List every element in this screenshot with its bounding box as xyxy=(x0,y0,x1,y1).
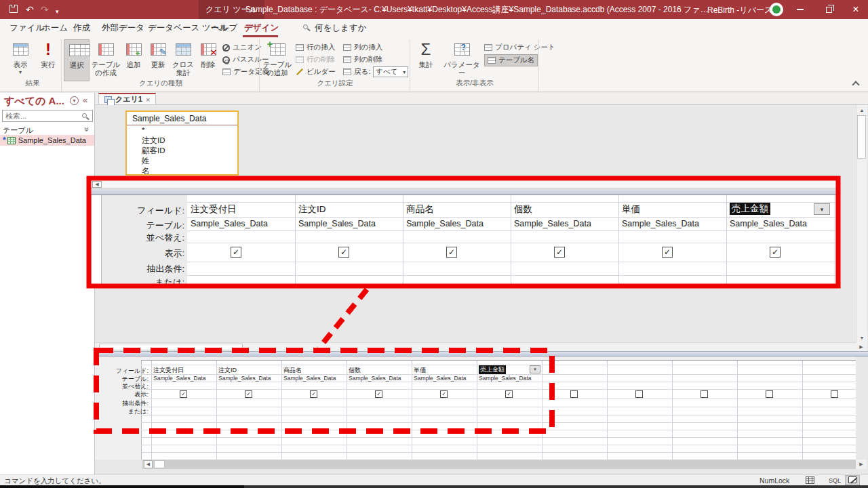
show-checkbox-checked[interactable]: ✓ xyxy=(662,247,673,258)
grid-field-cell[interactable]: 商品名 xyxy=(283,366,302,375)
tab-close-icon[interactable]: × xyxy=(146,96,150,104)
document-tab-query1[interactable]: クエリ1 × xyxy=(98,93,156,105)
avatar[interactable] xyxy=(770,3,783,16)
grid-table-cell[interactable]: Sample_Sales_Data xyxy=(414,375,467,382)
grid-field-cell[interactable]: 個数 xyxy=(349,366,361,375)
view-button[interactable]: 表示 ▾ xyxy=(5,39,35,81)
tab-help[interactable]: ヘルプ xyxy=(212,22,237,34)
scroll-left-icon[interactable]: ◀ xyxy=(144,460,153,468)
make-table-button[interactable]: テーブルの作成 xyxy=(91,39,121,81)
collapse-ribbon-icon[interactable] xyxy=(852,81,859,88)
redo-icon[interactable]: ↷ xyxy=(41,3,49,16)
grid-field-cell[interactable]: 注文ID xyxy=(298,203,326,216)
tab-home[interactable]: ホーム xyxy=(42,22,68,34)
horizontal-scrollbar-bottom[interactable]: ◀ xyxy=(142,460,856,469)
scroll-right-icon[interactable]: ▶ xyxy=(856,342,867,351)
show-checkbox-checked[interactable]: ✓ xyxy=(338,247,349,258)
show-checkbox-checked[interactable]: ✓ xyxy=(180,390,187,398)
design-view-button-active[interactable] xyxy=(845,475,860,485)
grid-table-cell[interactable]: Sample_Sales_Data xyxy=(514,219,591,228)
table-names-toggle-on[interactable]: テーブル名 xyxy=(484,54,538,66)
show-checkbox-unchecked[interactable] xyxy=(635,390,643,398)
show-checkbox-checked[interactable]: ✓ xyxy=(231,247,241,258)
tab-file[interactable]: ファイル xyxy=(9,22,44,34)
totals-button[interactable]: Σ 集計 xyxy=(412,39,439,81)
grid-field-cell[interactable]: 注文受付日 xyxy=(191,203,237,216)
restore-button[interactable] xyxy=(815,0,842,19)
scrollbar-thumb[interactable] xyxy=(154,460,165,468)
account-name[interactable]: ReBirth -リバース- xyxy=(707,5,775,16)
grid-field-cell[interactable]: 注文ID xyxy=(218,366,237,375)
crosstab-button[interactable]: クロス集計 xyxy=(171,39,195,81)
scrollbar-thumb[interactable] xyxy=(857,115,866,159)
grid-table-cell[interactable]: Sample_Sales_Data xyxy=(622,219,699,228)
grid-field-cell[interactable]: 単価 xyxy=(414,366,426,375)
horizontal-scrollbar-top[interactable] xyxy=(95,342,856,351)
grid-field-cell[interactable]: 単価 xyxy=(622,203,640,216)
field-list-item[interactable]: 姓 xyxy=(127,156,237,166)
union-button[interactable]: ユニオン xyxy=(222,42,262,53)
property-sheet-button[interactable]: プロパティ シート xyxy=(484,42,555,53)
nav-section-tables[interactable]: テーブル xyxy=(3,125,33,136)
nav-item-sample-sales-data[interactable]: * Sample_Sales_Data xyxy=(0,135,94,146)
grid-field-cell-highlighted[interactable]: 売上金額 xyxy=(479,365,506,374)
scroll-up-icon[interactable]: ▲ xyxy=(856,105,867,115)
show-checkbox-checked[interactable]: ✓ xyxy=(245,390,252,398)
tab-external-data[interactable]: 外部データ xyxy=(102,22,144,34)
select-query-button[interactable]: 選択 xyxy=(64,39,90,81)
append-button[interactable]: + 追加 xyxy=(122,39,145,81)
grid-field-cell[interactable]: 個数 xyxy=(514,203,532,216)
grid-field-cell-highlighted[interactable]: 売上金額 xyxy=(730,203,770,215)
insert-rows-button[interactable]: 行の挿入 xyxy=(296,42,335,53)
grid-table-cell[interactable]: Sample_Sales_Data xyxy=(218,375,271,382)
grid-table-cell[interactable]: Sample_Sales_Data xyxy=(349,375,401,382)
tellme-box[interactable]: 何をしますか xyxy=(315,22,366,34)
undo-icon[interactable]: ↶ xyxy=(26,3,34,16)
parameters-button[interactable]: ? パラメーター xyxy=(442,39,481,81)
show-checkbox-unchecked[interactable] xyxy=(766,390,773,398)
pane-splitter[interactable] xyxy=(95,351,868,357)
show-checkbox-checked[interactable]: ✓ xyxy=(440,390,448,398)
qat-customize-icon[interactable]: ▾ xyxy=(56,5,59,18)
vertical-scrollbar[interactable]: ▲ ▼ xyxy=(856,105,867,342)
builder-button[interactable]: ビルダー xyxy=(296,66,336,77)
scroll-right-icon[interactable]: ▶ xyxy=(856,460,867,469)
section-collapse-icon[interactable]: « xyxy=(81,127,91,132)
insert-columns-button[interactable]: 列の挿入 xyxy=(343,42,382,53)
grid-table-cell[interactable]: Sample_Sales_Data xyxy=(406,219,484,228)
show-checkbox-checked[interactable]: ✓ xyxy=(375,390,382,398)
scrollbar-thumb[interactable] xyxy=(99,344,243,350)
search-input[interactable] xyxy=(2,110,93,122)
scroll-down-icon[interactable]: ▼ xyxy=(856,333,867,342)
shutter-close-icon[interactable]: « xyxy=(83,95,87,105)
show-checkbox-checked[interactable]: ✓ xyxy=(310,390,317,398)
update-button[interactable]: ✎ 更新 xyxy=(146,39,170,81)
show-checkbox-unchecked[interactable] xyxy=(570,390,578,398)
grid-table-cell[interactable]: Sample_Sales_Data xyxy=(730,219,807,228)
field-dropdown-icon[interactable]: ▾ xyxy=(814,203,830,215)
delete-query-button[interactable]: ✕ 削除 xyxy=(197,39,220,81)
grid-table-cell[interactable]: Sample_Sales_Data xyxy=(191,219,268,228)
grid-table-cell[interactable]: Sample_Sales_Data xyxy=(298,219,376,228)
run-button[interactable]: ! 実行 xyxy=(37,39,60,81)
grid-table-cell[interactable]: Sample_Sales_Data xyxy=(479,375,532,382)
sql-view-button[interactable]: SQL xyxy=(829,477,841,484)
nav-menu-icon[interactable]: ▾ xyxy=(70,96,79,105)
minimize-button[interactable] xyxy=(787,0,814,19)
field-list-item[interactable]: 名 xyxy=(127,166,237,176)
field-list-item[interactable]: 注文ID xyxy=(127,136,237,146)
show-checkbox-unchecked[interactable] xyxy=(831,390,838,398)
search-icon[interactable] xyxy=(82,113,87,118)
delete-columns-button[interactable]: 列の削除 xyxy=(343,54,382,65)
grid-table-cell[interactable]: Sample_Sales_Data xyxy=(153,375,206,382)
grid-field-cell[interactable]: 商品名 xyxy=(406,203,434,216)
add-tables-button[interactable]: + テーブルの追加 xyxy=(262,39,293,81)
field-dropdown-icon[interactable]: ▾ xyxy=(530,365,540,373)
tab-create[interactable]: 作成 xyxy=(73,22,90,34)
show-checkbox-checked[interactable]: ✓ xyxy=(554,247,565,258)
tab-design-active[interactable]: デザイン xyxy=(244,22,279,34)
show-checkbox-checked[interactable]: ✓ xyxy=(446,247,457,258)
return-select[interactable]: すべて▾ xyxy=(373,66,408,77)
field-list-sample-sales-data[interactable]: Sample_Sales_Data * 注文ID 顧客ID 姓 名 xyxy=(125,110,239,176)
show-checkbox-unchecked[interactable] xyxy=(701,390,708,398)
